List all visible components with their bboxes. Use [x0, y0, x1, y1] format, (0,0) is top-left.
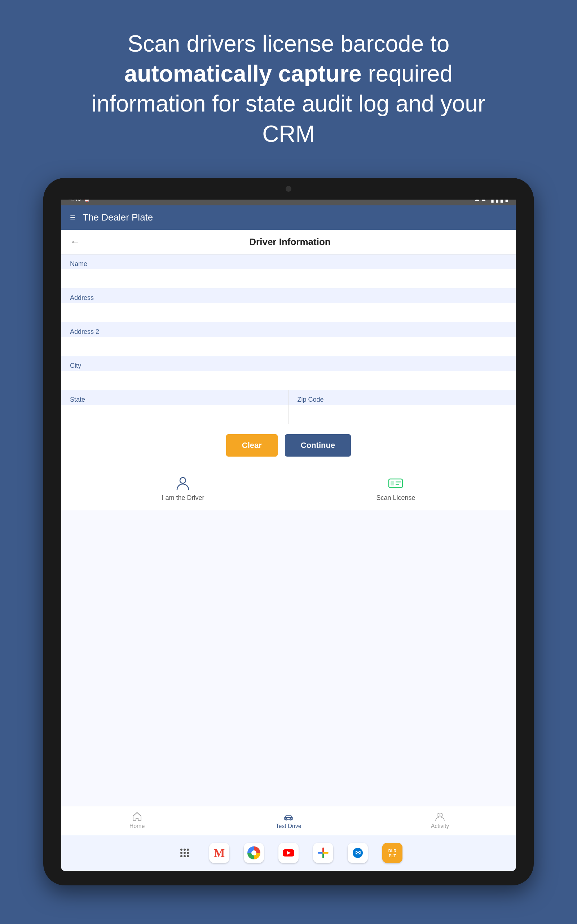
- svg-text:✉: ✉: [355, 849, 361, 856]
- back-button[interactable]: ←: [70, 236, 80, 247]
- city-input[interactable]: [61, 371, 516, 390]
- headline-line2-suffix: required: [368, 61, 453, 87]
- dock-dlr-plt[interactable]: DLR PLT: [382, 843, 403, 863]
- nav-activity[interactable]: Activity: [364, 811, 516, 829]
- camera-dot: [285, 186, 292, 192]
- svg-point-0: [180, 478, 186, 483]
- address-field: Address: [61, 288, 516, 322]
- scan-action[interactable]: Scan License: [376, 475, 415, 502]
- nav-home-label: Home: [129, 823, 145, 829]
- home-icon: [132, 811, 142, 822]
- name-field: Name: [61, 254, 516, 288]
- address2-input[interactable]: [61, 337, 516, 356]
- svg-point-17: [184, 855, 186, 857]
- svg-point-10: [180, 848, 182, 851]
- hamburger-icon[interactable]: ≡: [70, 212, 76, 223]
- zip-label: Zip Code: [289, 390, 516, 405]
- svg-text:PLT: PLT: [389, 854, 396, 858]
- app-title: The Dealer Plate: [82, 212, 153, 223]
- empty-space: [61, 510, 516, 691]
- header-text-block: Scan drivers license barcode to automati…: [72, 29, 505, 149]
- continue-button[interactable]: Continue: [285, 434, 351, 457]
- bottom-nav: Home Test Drive: [61, 806, 516, 835]
- svg-text:DLR: DLR: [388, 848, 397, 853]
- dock-messages[interactable]: ✉: [348, 843, 368, 863]
- driver-label: I am the Driver: [161, 494, 204, 502]
- form-area: Name Address Address 2 City: [61, 254, 516, 806]
- city-label: City: [61, 356, 516, 371]
- state-label: State: [61, 390, 288, 405]
- state-input[interactable]: [61, 405, 288, 424]
- svg-point-15: [187, 852, 189, 854]
- dock-chrome[interactable]: [244, 843, 264, 863]
- page-header: ← Driver Information: [61, 230, 516, 254]
- city-field: City: [61, 356, 516, 390]
- tablet-screen: 4:43 ⏰ ▲▲ ▐▐▐ ▮ ≡ The Dealer Plate ← Dri…: [61, 192, 516, 871]
- action-row: I am the Driver Scan License: [61, 467, 516, 510]
- android-dock: M: [61, 835, 516, 871]
- zip-field: Zip Code: [289, 390, 516, 424]
- tablet-top-bar: [43, 178, 534, 200]
- svg-point-13: [180, 852, 182, 854]
- person-icon: [175, 475, 191, 491]
- nav-test-drive[interactable]: Test Drive: [213, 811, 364, 829]
- chrome-icon: [247, 846, 260, 859]
- headline-line2: automatically capture required: [72, 59, 505, 89]
- name-label: Name: [61, 254, 516, 269]
- clear-button[interactable]: Clear: [226, 434, 278, 457]
- activity-icon: [435, 811, 445, 822]
- scan-license-icon: [388, 475, 403, 491]
- address-input[interactable]: [61, 303, 516, 322]
- page-title: Driver Information: [87, 236, 493, 247]
- driver-action[interactable]: I am the Driver: [161, 475, 204, 502]
- svg-rect-2: [390, 481, 394, 485]
- dock-photos[interactable]: [313, 843, 333, 863]
- button-row: Clear Continue: [61, 424, 516, 467]
- headline-bold: automatically capture: [124, 61, 362, 87]
- gmail-icon: M: [214, 846, 225, 860]
- address-label: Address: [61, 288, 516, 303]
- scan-label: Scan License: [376, 494, 415, 502]
- svg-point-14: [184, 852, 186, 854]
- zip-input[interactable]: [289, 405, 516, 424]
- address2-label: Address 2: [61, 322, 516, 337]
- car-icon: [284, 811, 293, 822]
- svg-point-9: [440, 814, 443, 816]
- dock-gmail[interactable]: M: [209, 843, 229, 863]
- svg-rect-23: [382, 843, 403, 863]
- tablet-device: 4:43 ⏰ ▲▲ ▐▐▐ ▮ ≡ The Dealer Plate ← Dri…: [43, 178, 534, 885]
- svg-point-8: [437, 814, 440, 816]
- state-zip-row: State Zip Code: [61, 390, 516, 424]
- svg-point-11: [184, 848, 186, 851]
- headline-line3: information for state audit log and your…: [72, 89, 505, 149]
- name-input[interactable]: [61, 269, 516, 288]
- nav-activity-label: Activity: [431, 823, 449, 829]
- headline-line1: Scan drivers license barcode to: [72, 29, 505, 59]
- nav-home[interactable]: Home: [61, 811, 213, 829]
- address2-field: Address 2: [61, 322, 516, 356]
- dock-app-drawer[interactable]: [174, 843, 195, 863]
- svg-point-16: [180, 855, 182, 857]
- app-header: ≡ The Dealer Plate: [61, 205, 516, 230]
- state-field: State: [61, 390, 289, 424]
- nav-test-drive-label: Test Drive: [276, 823, 301, 829]
- dock-youtube[interactable]: [279, 843, 298, 863]
- svg-point-12: [187, 848, 189, 851]
- svg-point-18: [187, 855, 189, 857]
